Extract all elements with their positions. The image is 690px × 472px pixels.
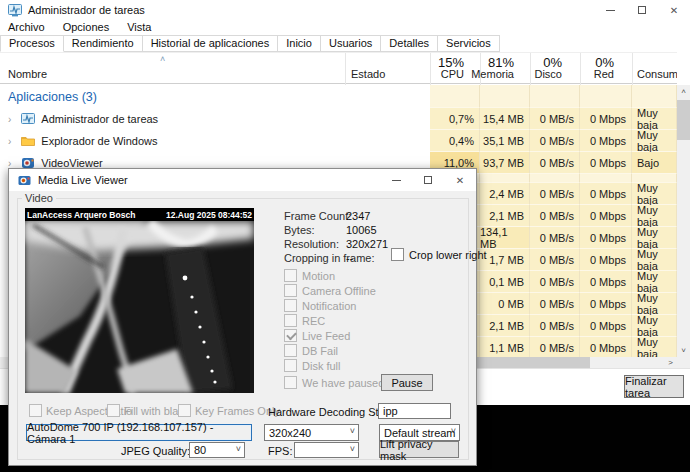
column-header-memoria[interactable]: Memoria bbox=[471, 68, 514, 80]
video-feed: LanAccess Arquero Bosch 12.Aug 2025 08:4… bbox=[25, 208, 254, 393]
vertical-scrollbar[interactable]: ˄ ˅ bbox=[677, 85, 690, 357]
tab-rendimiento[interactable]: Rendimiento bbox=[64, 35, 143, 52]
close-icon: ✕ bbox=[456, 175, 464, 186]
menu-vista[interactable]: Vista bbox=[118, 20, 160, 34]
sort-ascending-icon: ˄ bbox=[160, 54, 165, 64]
titlebar[interactable]: Administrador de tareas ✕ bbox=[0, 0, 690, 20]
live-feed-checkbox[interactable] bbox=[284, 329, 297, 342]
close-button[interactable]: ✕ bbox=[444, 169, 476, 191]
memory-cell: 35,1 MB bbox=[480, 130, 530, 152]
timestamp-overlay: 12.Aug 2025 08:44:52 bbox=[166, 210, 252, 220]
minimize-icon bbox=[392, 180, 401, 181]
power-cell: Muy baja bbox=[632, 293, 677, 315]
network-cell: 0 Mbps bbox=[580, 108, 632, 130]
video-groupbox-label: Video bbox=[22, 192, 56, 204]
group-header-row[interactable]: Aplicaciones (3) bbox=[0, 85, 677, 108]
scroll-down-icon[interactable]: ˅ bbox=[677, 344, 690, 357]
disk-cell: 0 MB/s bbox=[530, 293, 580, 315]
memory-cell: 2,4 MB bbox=[480, 183, 530, 205]
fill-with-black-checkbox[interactable] bbox=[107, 404, 120, 417]
fps-select[interactable]: ˅ bbox=[294, 442, 359, 458]
network-cell: 0 Mbps bbox=[580, 337, 632, 357]
chevron-down-icon: ˅ bbox=[451, 426, 456, 436]
jpeg-quality-label: JPEG Quality: bbox=[121, 445, 190, 457]
close-button[interactable]: ✕ bbox=[658, 0, 690, 20]
chevron-down-icon: ˅ bbox=[350, 426, 355, 436]
camera-name-overlay: LanAccess Arquero Bosch bbox=[27, 210, 135, 220]
rec-checkbox[interactable] bbox=[284, 314, 297, 327]
menu-archivo[interactable]: Archivo bbox=[0, 20, 54, 34]
scroll-up-icon[interactable]: ˄ bbox=[677, 85, 690, 98]
chevron-right-icon[interactable]: › bbox=[8, 158, 11, 169]
resolution-value: 320x271 bbox=[346, 238, 388, 250]
minimize-button[interactable] bbox=[594, 0, 626, 20]
rec-label: REC bbox=[302, 315, 325, 327]
close-icon: ✕ bbox=[670, 5, 678, 16]
disk-cell: 0 MB/s bbox=[530, 249, 580, 271]
column-header-disco[interactable]: Disco bbox=[534, 68, 562, 80]
column-header-estado[interactable]: Estado bbox=[351, 68, 385, 80]
folder-icon bbox=[21, 134, 35, 148]
notification-checkbox[interactable] bbox=[284, 299, 297, 312]
jpeg-quality-select[interactable]: 80 ˅ bbox=[189, 442, 245, 458]
key-frames-only-checkbox[interactable] bbox=[178, 404, 191, 417]
menu-opciones[interactable]: Opciones bbox=[54, 20, 118, 34]
end-task-button[interactable]: Finalizar tarea bbox=[624, 375, 684, 398]
table-row[interactable]: › Explorador de Windows 0,4% 35,1 MB 0 M… bbox=[0, 130, 677, 152]
memory-cell: 1,7 MB bbox=[480, 249, 530, 271]
process-name: Explorador de Windows bbox=[41, 135, 157, 147]
hw-decoding-field[interactable]: ipp bbox=[378, 403, 451, 419]
resolution-select[interactable]: 320x240 ˅ bbox=[264, 424, 359, 441]
maximize-icon bbox=[638, 6, 646, 14]
network-cell: 0 Mbps bbox=[580, 152, 632, 174]
we-have-paused-checkbox[interactable] bbox=[284, 376, 297, 389]
motion-checkbox[interactable] bbox=[284, 269, 297, 282]
jpeg-quality-value: 80 bbox=[194, 444, 206, 456]
column-header-consumo[interactable]: Consumo de . bbox=[637, 68, 677, 80]
maximize-button[interactable] bbox=[626, 0, 658, 20]
notification-label: Notification bbox=[302, 300, 356, 312]
tab-inicio[interactable]: Inicio bbox=[278, 35, 321, 52]
disk-cell: 0 MB/s bbox=[530, 183, 580, 205]
power-cell: Muy baja bbox=[632, 337, 677, 357]
column-header-red[interactable]: Red bbox=[594, 68, 614, 80]
chevron-right-icon[interactable]: › bbox=[8, 114, 11, 125]
maximize-button[interactable] bbox=[412, 169, 444, 191]
video-overlay-bar: LanAccess Arquero Bosch 12.Aug 2025 08:4… bbox=[25, 208, 254, 221]
column-header-nombre[interactable]: Nombre bbox=[8, 68, 47, 80]
table-header: ˄ Nombre Estado 15% CPU 81% Memoria 0% D… bbox=[0, 52, 677, 84]
scroll-right-icon[interactable]: ˃ bbox=[664, 357, 677, 368]
scrollbar-corner bbox=[677, 357, 690, 368]
dialog-titlebar[interactable]: Media Live Viewer ✕ bbox=[9, 169, 476, 191]
tab-historial[interactable]: Historial de aplicaciones bbox=[143, 35, 279, 52]
cpu-cell: 0,4% bbox=[430, 130, 480, 152]
chevron-down-icon: ˅ bbox=[236, 444, 241, 454]
bytes-value: 10065 bbox=[346, 224, 377, 236]
disk-full-checkbox[interactable] bbox=[284, 359, 297, 372]
tab-detalles[interactable]: Detalles bbox=[381, 35, 438, 52]
camera-offline-label: Camera Offline bbox=[302, 285, 376, 297]
scrollbar-thumb[interactable] bbox=[677, 100, 690, 140]
power-cell: Muy baja bbox=[632, 205, 677, 227]
power-cell: Bajo bbox=[632, 152, 677, 174]
crop-lower-right-checkbox[interactable] bbox=[391, 248, 404, 261]
tab-procesos[interactable]: Procesos bbox=[0, 35, 64, 52]
network-cell: 0 Mbps bbox=[580, 315, 632, 337]
keep-aspect-ratio-checkbox[interactable] bbox=[29, 404, 42, 417]
network-cell: 0 Mbps bbox=[580, 271, 632, 293]
camera-offline-checkbox[interactable] bbox=[284, 284, 297, 297]
column-header-cpu[interactable]: CPU bbox=[441, 68, 464, 80]
table-row[interactable]: › Administrador de tareas 0,7% 15,4 MB 0… bbox=[0, 108, 677, 130]
chevron-down-icon: ˅ bbox=[350, 444, 355, 454]
resolution-value: 320x240 bbox=[269, 427, 311, 439]
lift-privacy-mask-button[interactable]: Lift privacy mask bbox=[379, 441, 459, 458]
db-fail-label: DB Fail bbox=[302, 345, 338, 357]
tab-usuarios[interactable]: Usuarios bbox=[321, 35, 381, 52]
camera-select-button[interactable]: AutoDome 700 IP (192.168.107.157) - Cáma… bbox=[26, 424, 252, 441]
frame-count-value: 2347 bbox=[346, 210, 370, 222]
chevron-right-icon[interactable]: › bbox=[8, 136, 11, 147]
db-fail-checkbox[interactable] bbox=[284, 344, 297, 357]
tab-servicios[interactable]: Servicios bbox=[438, 35, 500, 52]
minimize-button[interactable] bbox=[380, 169, 412, 191]
pause-button[interactable]: Pause bbox=[381, 374, 433, 391]
